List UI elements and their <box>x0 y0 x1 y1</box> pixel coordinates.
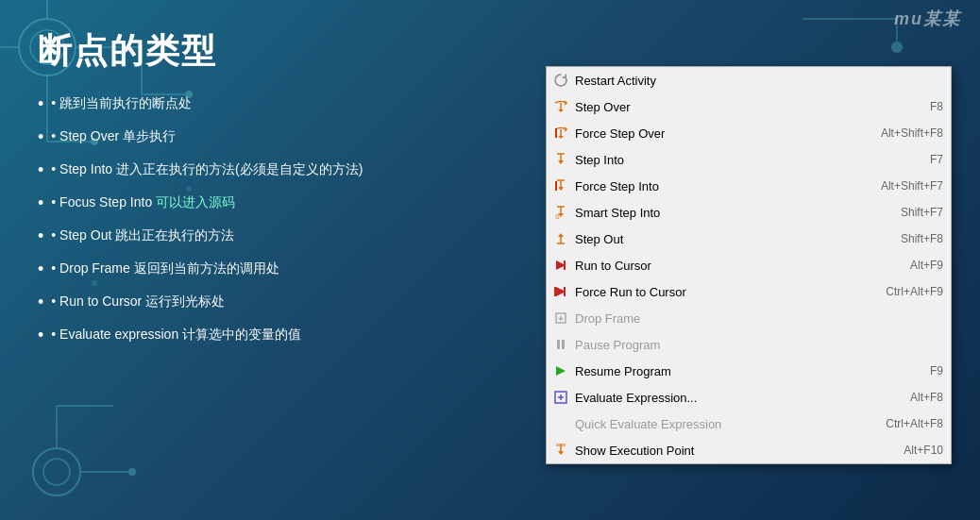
run-to-cursor-icon <box>550 255 571 276</box>
menu-shortcut-step-out: Shift+F8 <box>901 232 943 245</box>
menu-item-quick-evaluate: Quick Evaluate ExpressionCtrl+Alt+F8 <box>547 411 951 437</box>
evaluate-expression-icon <box>550 387 571 408</box>
bullet-dot: • <box>51 259 59 278</box>
menu-label-evaluate-expression: Evaluate Expression... <box>575 391 891 405</box>
svg-marker-52 <box>556 366 566 376</box>
menu-item-step-out[interactable]: Step OutShift+F8 <box>547 226 951 252</box>
menu-shortcut-force-step-over: Alt+Shift+F8 <box>881 126 943 140</box>
svg-marker-32 <box>558 187 564 191</box>
pause-program-icon <box>550 334 571 355</box>
menu-item-run-to-cursor[interactable]: Run to CursorAlt+F9 <box>547 252 951 278</box>
bullet-dot: • <box>51 292 59 311</box>
bullet-dot: • <box>51 159 59 179</box>
watermark: mu某某 <box>894 8 961 30</box>
menu-shortcut-step-into: F7 <box>930 153 943 166</box>
step-out-icon <box>550 228 571 249</box>
step-over-icon <box>550 96 571 117</box>
context-menu: Restart ActivityStep OverF8Force Step Ov… <box>546 66 952 464</box>
show-execution-point-icon <box>550 440 571 461</box>
menu-item-drop-frame: Drop Frame <box>547 305 951 331</box>
menu-label-force-step-into: Force Step Into <box>575 179 862 193</box>
bullet-text: Focus Step Into 可以进入源码 <box>59 193 235 212</box>
bullet-dot: • <box>51 126 59 146</box>
menu-label-resume-program: Resume Program <box>575 364 911 378</box>
menu-item-force-step-over[interactable]: Force Step OverAlt+Shift+F8 <box>547 120 951 146</box>
menu-label-drop-frame: Drop Frame <box>575 311 924 326</box>
svg-marker-24 <box>558 109 564 112</box>
menu-item-force-run-to-cursor[interactable]: Force Run to CursorCtrl+Alt+F9 <box>547 278 951 305</box>
menu-item-smart-step-into[interactable]: SSmart Step IntoShift+F7 <box>547 199 951 226</box>
menu-item-resume-program[interactable]: Resume ProgramF9 <box>547 358 951 384</box>
svg-marker-29 <box>558 160 564 164</box>
menu-label-force-run-to-cursor: Force Run to Cursor <box>575 285 867 299</box>
force-run-to-cursor-icon <box>550 281 571 302</box>
svg-marker-49 <box>558 318 564 321</box>
menu-label-quick-evaluate: Quick Evaluate Expression <box>575 417 867 431</box>
menu-label-step-into: Step Into <box>575 153 911 167</box>
force-step-into-icon <box>550 176 571 196</box>
svg-marker-40 <box>558 233 564 237</box>
svg-rect-51 <box>562 340 565 349</box>
menu-shortcut-show-execution-point: Alt+F10 <box>904 444 943 457</box>
restart-activity-icon <box>550 70 571 91</box>
bullet-dot: • <box>51 226 59 245</box>
bullet-dot: • <box>51 93 59 113</box>
menu-item-force-step-into[interactable]: Force Step IntoAlt+Shift+F7 <box>547 173 951 199</box>
bullet-text: 跳到当前执行的断点处 <box>59 93 192 113</box>
menu-shortcut-run-to-cursor: Alt+F9 <box>910 259 943 272</box>
menu-label-step-out: Step Out <box>575 232 882 246</box>
menu-item-show-execution-point[interactable]: Show Execution PointAlt+F10 <box>547 437 951 463</box>
resume-program-icon <box>550 361 571 381</box>
menu-shortcut-quick-evaluate: Ctrl+Alt+F8 <box>886 417 943 430</box>
menu-label-step-over: Step Over <box>575 100 911 114</box>
svg-rect-50 <box>557 340 560 349</box>
bullet-text: Evaluate expression 计算选中的变量的值 <box>59 325 301 344</box>
menu-label-smart-step-into: Smart Step Into <box>575 206 882 220</box>
menu-item-step-over[interactable]: Step OverF8 <box>547 93 951 120</box>
svg-rect-58 <box>556 444 566 446</box>
menu-label-restart-activity: Restart Activity <box>575 74 924 88</box>
menu-shortcut-force-run-to-cursor: Ctrl+Alt+F9 <box>886 285 943 298</box>
menu-label-pause-program: Pause Program <box>575 338 924 352</box>
bullet-text: Drop Frame 返回到当前方法的调用处 <box>59 259 279 278</box>
menu-shortcut-resume-program: F9 <box>930 364 943 377</box>
svg-text:S: S <box>555 213 560 220</box>
svg-marker-26 <box>558 136 564 139</box>
highlight-text: 可以进入源码 <box>156 194 235 210</box>
bullet-text: Step Into 进入正在执行的方法(必须是自定义的方法) <box>59 159 363 179</box>
smart-step-into-icon: S <box>550 202 571 223</box>
menu-shortcut-step-over: F8 <box>930 100 943 113</box>
menu-shortcut-evaluate-expression: Alt+F8 <box>910 391 943 404</box>
bullet-dot: • <box>51 193 59 212</box>
menu-label-force-step-over: Force Step Over <box>575 126 862 141</box>
menu-shortcut-smart-step-into: Shift+F7 <box>901 206 943 219</box>
quick-evaluate-icon <box>550 413 571 434</box>
menu-item-step-into[interactable]: Step IntoF7 <box>547 146 951 173</box>
bullet-text: Step Over 单步执行 <box>59 126 176 146</box>
bullet-text: Run to Cursor 运行到光标处 <box>59 292 225 311</box>
menu-label-run-to-cursor: Run to Cursor <box>575 259 891 273</box>
menu-label-show-execution-point: Show Execution Point <box>575 444 885 458</box>
force-step-over-icon <box>550 123 571 143</box>
menu-shortcut-force-step-into: Alt+Shift+F7 <box>881 179 943 193</box>
drop-frame-icon <box>550 308 571 328</box>
menu-item-restart-activity[interactable]: Restart Activity <box>547 67 951 93</box>
menu-item-evaluate-expression[interactable]: Evaluate Expression...Alt+F8 <box>547 384 951 411</box>
svg-marker-57 <box>558 451 564 455</box>
step-into-icon <box>550 149 571 170</box>
menu-item-pause-program: Pause Program <box>547 331 951 358</box>
bullet-dot: • <box>51 325 59 344</box>
bullet-text: Step Out 跳出正在执行的方法 <box>59 226 234 245</box>
